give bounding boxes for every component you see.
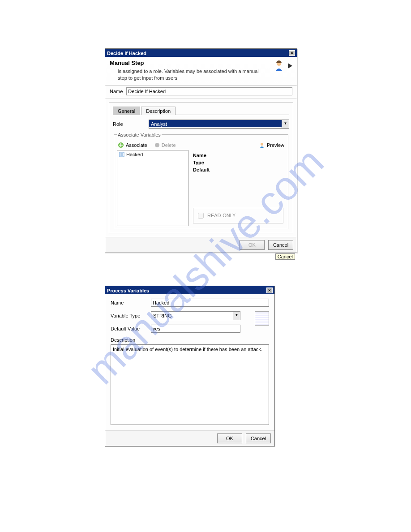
pv-desc-textarea[interactable] xyxy=(111,344,269,425)
cancel-button[interactable]: Cancel xyxy=(246,433,271,443)
pv-desc-label: Description xyxy=(111,337,269,343)
list-item[interactable]: Hacked xyxy=(118,151,187,158)
cancel-tooltip: Cancel xyxy=(275,253,295,260)
variables-listbox[interactable]: Hacked xyxy=(117,150,188,226)
readonly-label: READ-ONLY xyxy=(207,213,235,218)
detail-type-label: Type xyxy=(193,160,283,165)
associate-variables-fieldset: Associate Variables Associate Delete xyxy=(114,132,288,229)
dialog1-header: Manual Step is assigned to a role. Varia… xyxy=(105,57,297,86)
fieldset-legend: Associate Variables xyxy=(117,132,162,137)
close-icon[interactable]: × xyxy=(266,287,273,293)
delete-button: Delete xyxy=(154,142,176,148)
chevron-down-icon[interactable]: ▼ xyxy=(233,312,240,320)
document-icon xyxy=(119,152,124,157)
name-row: Name xyxy=(105,86,297,99)
pv-default-row: Default Value xyxy=(111,325,250,333)
detail-name-label: Name xyxy=(193,153,283,158)
name-label: Name xyxy=(110,89,123,94)
fieldset-toolbar: Associate Delete Preview xyxy=(117,140,285,150)
header-description: is assigned to a role. Variables may be … xyxy=(110,68,269,82)
pv-name-label: Name xyxy=(111,300,146,305)
preview-button[interactable]: Preview xyxy=(259,142,284,148)
associate-button[interactable]: Associate xyxy=(118,142,147,148)
preview-icon xyxy=(259,142,265,148)
role-label: Role xyxy=(113,121,144,127)
role-value: Analyst xyxy=(149,120,282,127)
variable-details: Name Type Default READ-ONLY xyxy=(191,150,285,226)
readonly-checkbox xyxy=(198,213,204,219)
play-icon xyxy=(288,63,292,69)
dialog2-titlebar: Process Variables × xyxy=(105,286,274,294)
pv-default-input[interactable] xyxy=(151,325,240,333)
dialog1-titlebar: Decide If Hacked × xyxy=(105,49,297,57)
dialog2-button-bar: OK Cancel xyxy=(105,430,274,446)
pv-type-row: Variable Type STRING ▼ xyxy=(111,311,250,320)
ok-button: OK xyxy=(240,240,265,250)
process-variables-dialog: Process Variables × Name Variable Type S… xyxy=(105,286,275,446)
readonly-box: READ-ONLY xyxy=(193,208,283,223)
ok-button[interactable]: OK xyxy=(217,433,242,443)
pv-type-combo[interactable]: STRING ▼ xyxy=(151,311,240,320)
svg-marker-1 xyxy=(288,63,292,69)
pv-name-row: Name xyxy=(111,299,269,307)
header-title: Manual Step xyxy=(110,60,269,66)
manual-step-dialog: Decide If Hacked × Manual Step is assign… xyxy=(105,48,297,253)
pv-type-label: Variable Type xyxy=(111,313,146,318)
close-icon[interactable]: × xyxy=(289,50,295,56)
name-input[interactable] xyxy=(126,87,292,95)
cancel-button[interactable]: Cancel xyxy=(268,240,293,250)
tab-bar: General Description xyxy=(113,106,289,115)
svg-point-3 xyxy=(155,143,159,147)
delete-icon xyxy=(154,142,160,148)
type-thumbnail-icon[interactable] xyxy=(255,311,269,326)
svg-point-4 xyxy=(261,143,263,146)
pv-name-input[interactable] xyxy=(151,299,269,307)
plus-icon xyxy=(118,142,124,148)
dialog1-title: Decide If Hacked xyxy=(107,51,146,56)
dialog1-button-bar: OK Cancel Cancel xyxy=(105,237,297,253)
dialog2-title: Process Variables xyxy=(107,288,149,293)
tab-description[interactable]: Description xyxy=(141,107,176,115)
pv-default-label: Default Value xyxy=(111,326,146,331)
role-row: Role Analyst ▼ xyxy=(113,120,289,129)
detail-default-label: Default xyxy=(193,167,283,172)
user-icon xyxy=(273,60,292,72)
tab-general[interactable]: General xyxy=(113,107,140,115)
pv-type-value: STRING xyxy=(151,312,233,319)
chevron-down-icon[interactable]: ▼ xyxy=(282,120,289,128)
role-combo[interactable]: Analyst ▼ xyxy=(149,120,289,129)
